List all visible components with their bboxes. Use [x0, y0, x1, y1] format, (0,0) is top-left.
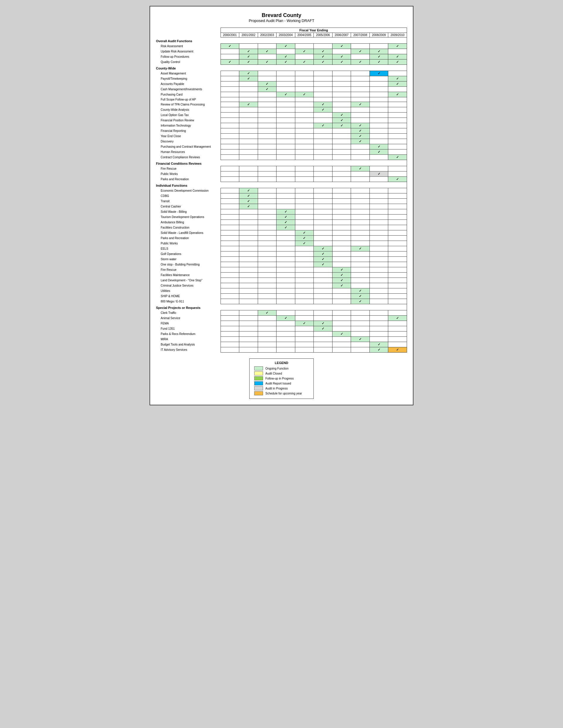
cell — [239, 326, 258, 331]
cell — [276, 310, 295, 316]
cell — [370, 294, 388, 299]
cell: ✓ — [351, 337, 370, 342]
cell — [295, 166, 314, 171]
cell — [332, 128, 351, 134]
cell — [258, 347, 276, 353]
cell — [314, 44, 333, 49]
cell — [220, 236, 239, 241]
row-label: Parks and Recreation — [156, 177, 220, 182]
cell — [295, 139, 314, 144]
cell — [220, 107, 239, 113]
cell — [314, 273, 333, 278]
cell — [258, 102, 276, 107]
cell — [220, 134, 239, 139]
cell — [388, 230, 407, 236]
cell — [258, 144, 276, 149]
cell — [351, 118, 370, 123]
cell — [388, 321, 407, 326]
cell: ✓ — [239, 188, 258, 193]
cell: ✓ — [239, 193, 258, 199]
table-row: Animal Service✓✓ — [156, 316, 407, 321]
cell — [258, 331, 276, 337]
cell: ✓ — [276, 220, 295, 225]
cell — [351, 257, 370, 262]
cell — [295, 220, 314, 225]
cell — [351, 54, 370, 59]
cell — [276, 149, 295, 155]
table-row: Central Cashier✓ — [156, 204, 407, 209]
cell — [239, 283, 258, 288]
cell — [370, 123, 388, 128]
cell — [239, 321, 258, 326]
row-label: Risk Assessment — [156, 44, 220, 49]
cell — [295, 199, 314, 204]
cell — [370, 310, 388, 316]
table-row: Parks and Recreation✓ — [156, 177, 407, 182]
cell: ✓ — [220, 59, 239, 65]
cell — [314, 171, 333, 177]
cell — [239, 225, 258, 230]
cell: ✓ — [351, 166, 370, 171]
cell — [332, 342, 351, 347]
year-header: 2005/2006 — [314, 33, 333, 38]
cell — [314, 316, 333, 321]
cell — [351, 92, 370, 97]
cell — [295, 188, 314, 193]
cell: ✓ — [314, 262, 333, 267]
cell: ✓ — [276, 44, 295, 49]
cell — [295, 155, 314, 160]
cell — [370, 92, 388, 97]
year-header: 2003/2004 — [276, 33, 295, 38]
cell — [314, 342, 333, 347]
table-row: Clerk Traffic✓ — [156, 310, 407, 316]
cell: ✓ — [332, 59, 351, 65]
cell — [220, 215, 239, 220]
table-container: Fiscal Year Ending 2000/20012001/2002200… — [156, 28, 407, 353]
cell: ✓ — [276, 59, 295, 65]
cell — [220, 177, 239, 182]
cell — [388, 128, 407, 134]
cell — [258, 246, 276, 251]
year-header: 2004/2005 — [295, 33, 314, 38]
cell — [370, 321, 388, 326]
cell — [258, 273, 276, 278]
row-label: Parks & Recs Referendum — [156, 331, 220, 337]
cell — [239, 97, 258, 102]
cell — [295, 87, 314, 92]
cell — [295, 209, 314, 215]
row-label: Purchasing Card — [156, 92, 220, 97]
cell — [351, 220, 370, 225]
cell — [332, 316, 351, 321]
cell — [220, 92, 239, 97]
cell — [295, 107, 314, 113]
cell — [220, 241, 239, 246]
cell: ✓ — [258, 49, 276, 54]
cell — [239, 347, 258, 353]
legend-label: Follow-up in Progress — [265, 377, 294, 380]
row-label: One stop - Building Permitting — [156, 262, 220, 267]
cell — [258, 342, 276, 347]
row-label: Quality Control — [156, 59, 220, 65]
cell — [295, 347, 314, 353]
cell — [258, 251, 276, 257]
cell — [220, 316, 239, 321]
cell — [370, 337, 388, 342]
cell — [258, 54, 276, 59]
cell — [276, 171, 295, 177]
cell — [276, 102, 295, 107]
row-label: Information Technology — [156, 123, 220, 128]
table-row: Year End Close✓ — [156, 134, 407, 139]
cell — [295, 273, 314, 278]
table-row: Economic Development Commission✓ — [156, 188, 407, 193]
cell — [239, 87, 258, 92]
section-title: County-Wide — [156, 65, 407, 71]
cell — [351, 321, 370, 326]
legend-color-box — [254, 366, 263, 370]
cell — [295, 278, 314, 283]
table-row: 800 Mega / E-911✓ — [156, 299, 407, 304]
table-row: Financial Position Review✓ — [156, 118, 407, 123]
cell — [258, 236, 276, 241]
cell: ✓ — [351, 49, 370, 54]
table-row: Contract Compliance Reviews✓ — [156, 155, 407, 160]
table-row: Human Resources✓ — [156, 149, 407, 155]
